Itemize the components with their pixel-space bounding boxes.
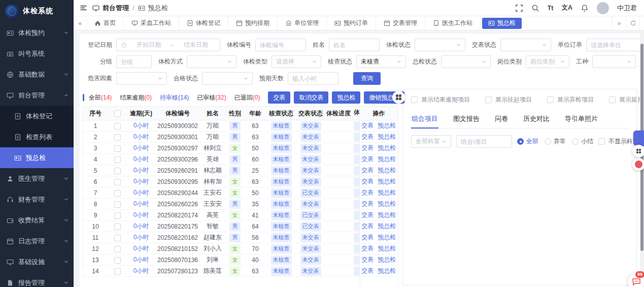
tab-item[interactable]: 预总检 [482, 18, 522, 29]
sidebar-item[interactable]: 日志管理 [0, 231, 74, 251]
filter-select[interactable] [592, 55, 636, 68]
tab-item[interactable]: 体检登记 [179, 16, 228, 30]
sidebar-item[interactable]: 基础设施 [0, 251, 74, 272]
action-link[interactable]: 预总检 [378, 133, 396, 141]
tab-item[interactable]: 单位管理 [278, 16, 327, 30]
overdue-link[interactable]: 0小时 [133, 245, 149, 252]
filter-select[interactable] [500, 39, 551, 51]
department-select[interactable]: 全部科室 [411, 135, 451, 148]
toolbar-button[interactable]: 取消交表 [294, 91, 328, 104]
bell-icon[interactable] [581, 4, 589, 12]
overdue-link[interactable]: 0小时 [133, 144, 149, 151]
action-link[interactable]: 预总检 [378, 166, 396, 175]
filter-select[interactable] [415, 39, 465, 51]
row-checkbox[interactable] [114, 190, 121, 197]
filter-radio[interactable]: 异常 [545, 137, 566, 146]
tab-item[interactable]: 首页 [87, 16, 124, 30]
row-checkbox[interactable] [114, 168, 121, 174]
toolbar-button[interactable]: 预总检 [332, 91, 360, 104]
action-link[interactable]: 预总检 [378, 256, 396, 264]
overdue-link[interactable]: 0小时 [133, 133, 149, 140]
overdue-link[interactable]: 0小时 [133, 256, 149, 263]
row-checkbox[interactable] [114, 212, 121, 219]
action-link[interactable]: 交表 [361, 177, 374, 186]
avatar[interactable] [597, 2, 609, 14]
row-checkbox[interactable] [114, 179, 121, 185]
row-checkbox[interactable] [114, 145, 121, 152]
action-link[interactable]: 交表 [361, 267, 374, 275]
hide-department-checkbox[interactable]: 不显示科室 [598, 137, 639, 146]
overdue-link[interactable]: 0小时 [133, 122, 149, 129]
filter-select[interactable] [202, 72, 253, 85]
search-button[interactable]: 查询 [353, 72, 381, 85]
row-checkbox[interactable] [114, 123, 121, 130]
action-link[interactable]: 交表 [361, 211, 374, 219]
row-checkbox[interactable] [114, 224, 121, 230]
action-link[interactable]: 预总检 [378, 121, 396, 130]
refresh-icon[interactable] [626, 16, 640, 30]
sidebar-item[interactable]: 叫号系统 [0, 43, 74, 64]
action-link[interactable]: 交表 [361, 155, 374, 164]
action-link[interactable]: 预总检 [378, 244, 396, 253]
action-link[interactable]: 预总检 [378, 188, 396, 197]
overdue-link[interactable]: 0小时 [133, 200, 149, 207]
action-link[interactable]: 预总检 [378, 222, 396, 231]
overdue-link[interactable]: 0小时 [133, 167, 149, 174]
status-tab[interactable]: 全部(14) [89, 93, 112, 102]
layout-grid-button[interactable] [392, 91, 405, 104]
filter-select[interactable]: 未核查 [356, 55, 406, 68]
row-checkbox[interactable] [114, 201, 121, 208]
tab-item[interactable]: 交表管理 [376, 16, 425, 30]
filter-input[interactable] [255, 39, 306, 51]
sidebar-item[interactable]: 预总检 [0, 147, 74, 168]
action-link[interactable]: 交表 [361, 188, 374, 197]
tab-item[interactable]: 医生工作站 [425, 16, 481, 30]
select-all-checkbox[interactable] [114, 110, 121, 117]
tab-item[interactable]: 预约排期 [228, 16, 278, 30]
tabs-expand-right[interactable]: » [613, 16, 626, 30]
sidebar-item[interactable]: 财务管理 [0, 189, 74, 210]
action-link[interactable]: 交表 [361, 121, 374, 130]
status-tab[interactable]: 已审核(32) [197, 93, 226, 102]
action-link[interactable]: 预总检 [378, 177, 396, 186]
filter-input[interactable] [329, 39, 380, 51]
row-checkbox[interactable] [114, 268, 121, 275]
panel-tab[interactable]: 问卷 [494, 112, 509, 128]
overdue-link[interactable]: 0小时 [133, 178, 149, 185]
project-search-input[interactable] [456, 135, 512, 148]
action-link[interactable]: 预总检 [378, 233, 396, 242]
action-link[interactable]: 预总检 [378, 144, 396, 152]
overdue-link[interactable]: 0小时 [133, 267, 149, 274]
status-tab[interactable]: 待审核(14) [160, 93, 189, 102]
action-link[interactable]: 预总检 [378, 267, 396, 275]
tabs-collapse-left[interactable]: « [74, 16, 87, 30]
overdue-link[interactable]: 0小时 [133, 189, 149, 196]
sidebar-item[interactable]: 体检登记 [0, 106, 74, 126]
filter-input[interactable] [288, 72, 338, 85]
row-checkbox[interactable] [114, 246, 121, 252]
tab-item[interactable]: 预约订单 [327, 16, 376, 30]
sidebar-item[interactable]: 报告管理 [0, 272, 74, 287]
toolbar-button[interactable]: 交表 [268, 91, 290, 104]
overdue-link[interactable]: 0小时 [133, 211, 149, 218]
sidebar-item[interactable]: 体检预约 [0, 22, 74, 43]
action-link[interactable]: 交表 [361, 166, 374, 175]
sidebar-item[interactable]: 医生管理 [0, 168, 74, 189]
filter-input[interactable] [116, 55, 152, 68]
filter-select[interactable] [187, 55, 236, 68]
action-link[interactable]: 交表 [361, 144, 374, 152]
row-checkbox[interactable] [114, 235, 121, 241]
action-link[interactable]: 交表 [361, 222, 374, 231]
panel-tab[interactable]: 导引单照片 [564, 112, 598, 128]
search-icon[interactable] [531, 4, 539, 12]
fullscreen-icon[interactable] [515, 4, 523, 12]
floating-widget-blue[interactable] [633, 131, 644, 146]
filter-radio[interactable]: 小结 [572, 137, 593, 146]
row-checkbox[interactable] [114, 134, 121, 141]
filter-select[interactable] [441, 55, 491, 68]
status-tab[interactable]: 结果逾期(0) [120, 93, 152, 102]
status-tab[interactable]: 已退回(0) [234, 93, 260, 102]
sidebar-item[interactable]: 前台管理 [0, 85, 74, 106]
action-link[interactable]: 交表 [361, 133, 374, 141]
panel-tab[interactable]: 图文报告 [453, 112, 480, 128]
